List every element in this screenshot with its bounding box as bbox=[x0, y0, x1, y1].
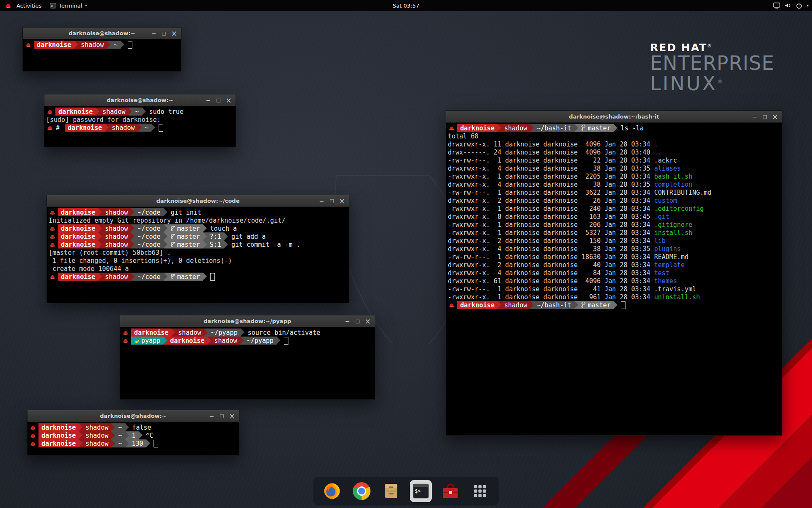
redhat-icon bbox=[123, 330, 129, 335]
maximize-button[interactable]: □ bbox=[353, 317, 362, 326]
output-line: drwxrwxr-x. 2 darknoise darknoise 40 Jan… bbox=[448, 261, 780, 269]
terminal-content[interactable]: darknoiseshadow~sudo true[sudo] password… bbox=[44, 106, 236, 147]
powerline-separator-icon bbox=[224, 232, 228, 240]
toolbox-icon[interactable] bbox=[439, 480, 461, 502]
titlebar[interactable]: darknoise@shadow:~/code −□× bbox=[47, 195, 349, 207]
powerline-separator-icon bbox=[98, 232, 102, 240]
app-menu-terminal[interactable]: > Terminal ▾ bbox=[46, 0, 91, 11]
volume-icon[interactable] bbox=[785, 3, 792, 8]
minimize-button[interactable]: − bbox=[750, 112, 759, 121]
app-menu-label: Terminal bbox=[59, 3, 82, 9]
prompt-line: darknoiseshadow~/bash-itmasterls -la bbox=[448, 124, 780, 132]
clock[interactable]: Sat 03:57 bbox=[393, 0, 420, 11]
terminal-content[interactable]: darknoiseshadow~/codegit initInitialized… bbox=[47, 207, 349, 303]
output-text: drwxrwxr-x. 8 darknoise darknoise 163 Ja… bbox=[448, 213, 654, 221]
titlebar[interactable]: darknoise@shadow:~ −□× bbox=[23, 28, 181, 39]
firefox-icon[interactable] bbox=[321, 480, 343, 502]
maximize-button[interactable]: □ bbox=[760, 112, 769, 121]
powerline-separator-icon bbox=[79, 439, 82, 447]
chrome-icon[interactable] bbox=[351, 480, 373, 502]
activities-button[interactable]: Activities bbox=[0, 0, 46, 11]
output-text: drwxrwxr-x. 4 darknoise darknoise 38 Jan… bbox=[448, 165, 654, 172]
redhat-icon bbox=[5, 3, 11, 8]
brand-linux: LINUX bbox=[650, 72, 717, 95]
files-icon[interactable] bbox=[380, 480, 402, 502]
redhat-icon bbox=[47, 125, 53, 130]
prompt-segment-git: master bbox=[167, 273, 203, 281]
chevron-down-icon[interactable]: ▾ bbox=[807, 3, 809, 8]
git-branch-icon bbox=[170, 274, 175, 279]
directory-name: plugins bbox=[654, 245, 681, 253]
redhat-icon bbox=[30, 425, 36, 430]
prompt-segment-path: ~/bash-it bbox=[534, 124, 574, 132]
command-text: source bin/activate bbox=[248, 329, 321, 337]
prompt-segment-git: master bbox=[578, 301, 614, 309]
maximize-button[interactable]: □ bbox=[214, 96, 223, 105]
minimize-button[interactable]: − bbox=[343, 317, 352, 326]
git-branch-icon bbox=[170, 242, 175, 247]
output-line: drwxrwxr-x. 4 darknoise darknoise 84 Jan… bbox=[448, 269, 780, 277]
maximize-button[interactable]: □ bbox=[327, 196, 336, 205]
titlebar[interactable]: darknoise@shadow:~ −□× bbox=[44, 94, 236, 106]
minimize-button[interactable]: − bbox=[317, 196, 326, 205]
maximize-button[interactable]: □ bbox=[217, 411, 226, 420]
powerline-separator-icon bbox=[164, 273, 167, 281]
directory-name: themes bbox=[654, 277, 677, 285]
terminal-cursor bbox=[284, 337, 288, 345]
powerline-separator-icon bbox=[125, 439, 129, 447]
terminal-content[interactable]: darknoiseshadow~falsedarknoiseshadow~1^C… bbox=[27, 422, 239, 455]
minimize-button[interactable]: − bbox=[204, 96, 213, 105]
directory-name: lib bbox=[654, 237, 666, 245]
display-icon[interactable] bbox=[773, 3, 780, 9]
terminal-icon[interactable]: $> bbox=[410, 480, 432, 502]
prompt-segment-host: shadow bbox=[102, 224, 131, 232]
prompt-segment-user: darknoise bbox=[65, 124, 105, 132]
terminal-content[interactable]: darknoiseshadow~ bbox=[23, 39, 181, 71]
command-text: sudo true bbox=[149, 108, 184, 116]
prompt-segment-git: master bbox=[578, 124, 614, 132]
app-grid-icon[interactable] bbox=[469, 480, 491, 502]
close-button[interactable]: × bbox=[170, 29, 178, 38]
titlebar[interactable]: darknoise@shadow:~/pyapp −□× bbox=[120, 315, 375, 327]
output-line: -rw-rw-r--. 1 darknoise darknoise 3622 J… bbox=[448, 188, 780, 196]
output-line: drwxrwxr-x. 4 darknoise darknoise 38 Jan… bbox=[448, 245, 780, 253]
prompt-segment-path: ~/pyapp bbox=[208, 329, 240, 337]
output-text: Initialized empty Git repository in /hom… bbox=[49, 217, 285, 224]
output-text: [sudo] password for darknoise: bbox=[46, 116, 161, 124]
titlebar[interactable]: darknoise@shadow:~/bash-it −□× bbox=[446, 111, 782, 123]
close-button[interactable]: × bbox=[771, 112, 779, 121]
output-line: -rwxrwxr-x. 1 darknoise darknoise 2205 J… bbox=[448, 172, 780, 180]
power-icon[interactable] bbox=[796, 3, 802, 9]
powerline-separator-icon bbox=[111, 439, 115, 447]
directory-name: custom bbox=[654, 197, 677, 204]
system-tray: ▾ bbox=[773, 0, 812, 11]
minimize-button[interactable]: − bbox=[207, 411, 216, 420]
output-text: drwxrwxr-x. 4 darknoise darknoise 84 Jan… bbox=[448, 269, 654, 277]
prompt-segment-path: ~/code bbox=[134, 224, 163, 232]
powerline-separator-icon bbox=[125, 431, 129, 439]
powerline-separator-icon bbox=[164, 240, 167, 248]
terminal-content[interactable]: darknoiseshadow~/bash-itmasterls -latota… bbox=[446, 123, 782, 435]
close-button[interactable]: × bbox=[363, 317, 372, 326]
titlebar[interactable]: darknoise@shadow:~ −□× bbox=[27, 410, 239, 422]
powerline-separator-icon bbox=[74, 41, 78, 49]
output-line: -rwxrwxr-x. 1 darknoise darknoise 206 Ja… bbox=[448, 221, 780, 229]
close-button[interactable]: × bbox=[228, 411, 236, 420]
terminal-window-sudo: darknoise@shadow:~ −□× darknoiseshadow~s… bbox=[44, 94, 236, 147]
directory-name: .git bbox=[654, 213, 669, 221]
close-button[interactable]: × bbox=[337, 196, 346, 205]
prompt-segment-path: ~ bbox=[142, 124, 151, 132]
powerline-separator-icon bbox=[131, 273, 134, 281]
prompt-line: darknoiseshadow~1^C bbox=[29, 431, 237, 439]
powerline-separator-icon bbox=[79, 423, 82, 431]
maximize-button[interactable]: □ bbox=[159, 29, 168, 38]
close-button[interactable]: × bbox=[224, 96, 233, 105]
terminal-cursor bbox=[210, 273, 215, 281]
prompt-segment-user: darknoise bbox=[58, 240, 98, 248]
output-text: -rwxrwxr-x. 1 darknoise darknoise 206 Ja… bbox=[448, 221, 654, 229]
minimize-button[interactable]: − bbox=[149, 29, 158, 38]
output-text: -rwxrwxr-x. 1 darknoise darknoise 5327 J… bbox=[448, 229, 654, 237]
output-text: README.md bbox=[654, 253, 689, 261]
redhat-icon bbox=[449, 303, 455, 308]
terminal-content[interactable]: darknoiseshadow~/pyappsource bin/activat… bbox=[120, 327, 375, 399]
